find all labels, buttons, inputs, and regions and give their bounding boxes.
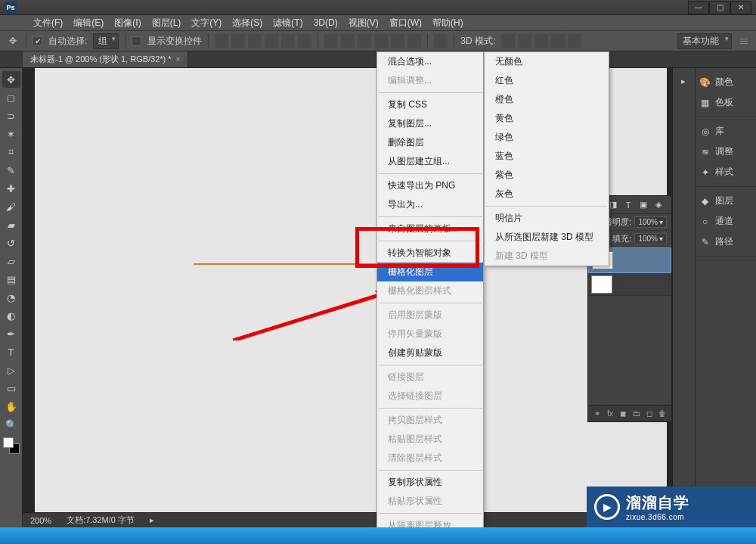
filter-icon[interactable]: ◈ xyxy=(653,200,664,210)
arrange-icon[interactable] xyxy=(434,34,448,48)
color-sub-item[interactable]: 紫色 xyxy=(485,166,609,185)
zoom-level[interactable]: 200% xyxy=(30,516,51,525)
tab-close-icon[interactable]: × xyxy=(176,55,181,64)
auto-select-checkbox[interactable]: ✔ xyxy=(33,36,42,46)
panel-tab-styles[interactable]: ✦样式 xyxy=(700,166,751,179)
filter-icon[interactable]: T xyxy=(623,200,634,210)
magic-wand-tool[interactable]: ✶ xyxy=(2,126,20,142)
doc-info-arrow[interactable]: ▸ xyxy=(150,515,154,525)
align-icon[interactable] xyxy=(265,34,278,48)
align-icon[interactable] xyxy=(215,34,228,48)
hand-tool[interactable]: ✋ xyxy=(2,398,20,415)
panel-tab-channels[interactable]: ○通道 xyxy=(700,215,751,228)
layer-ctx-item[interactable]: 复制形状属性 xyxy=(377,473,483,492)
clone-tool[interactable]: ▰ xyxy=(2,216,20,233)
opacity-field[interactable]: 100%▾ xyxy=(634,216,667,228)
mask-icon[interactable]: ◼ xyxy=(619,409,627,419)
document-tab[interactable]: 未标题-1 @ 200% (形状 1, RGB/32*) * × xyxy=(23,51,188,67)
layer-ctx-item[interactable]: 快速导出为 PNG xyxy=(377,176,483,195)
menu-layer[interactable]: 图层(L) xyxy=(149,17,184,30)
workspace-dropdown[interactable]: 基本功能 xyxy=(677,33,732,49)
path-select-tool[interactable]: ▷ xyxy=(2,362,20,378)
menu-help[interactable]: 帮助(H) xyxy=(429,17,466,30)
layer-ctx-item[interactable]: 删除图层 xyxy=(377,133,483,152)
menu-select[interactable]: 选择(S) xyxy=(229,17,265,30)
layer-ctx-item[interactable]: 复制 CSS xyxy=(377,95,483,114)
eyedropper-tool[interactable]: ✎ xyxy=(2,162,20,179)
color-sub-item[interactable]: 蓝色 xyxy=(485,147,609,166)
layer-ctx-item[interactable]: 创建剪贴蒙版 xyxy=(377,343,483,362)
crop-tool[interactable]: ⌗ xyxy=(2,144,20,160)
panel-collapse-icon[interactable]: ▸ xyxy=(677,73,689,89)
color-swatch[interactable] xyxy=(3,437,20,454)
distribute-icon[interactable] xyxy=(407,34,421,48)
gradient-tool[interactable]: ▤ xyxy=(2,271,20,288)
fill-field[interactable]: 100%▾ xyxy=(634,233,667,244)
close-button[interactable]: ✕ xyxy=(730,1,751,14)
healing-tool[interactable]: ✚ xyxy=(2,180,20,197)
panel-tab-color[interactable]: 🎨颜色 xyxy=(700,76,751,89)
color-sub-item[interactable]: 红色 xyxy=(485,71,609,90)
maximize-button[interactable]: ▢ xyxy=(709,1,730,14)
panel-tab-swatches[interactable]: ▦色板 xyxy=(700,96,751,109)
layer-ctx-item[interactable]: 栅格化图层 xyxy=(377,263,483,281)
align-icon[interactable] xyxy=(281,34,295,48)
panel-tab-layers[interactable]: ◆图层 xyxy=(700,194,751,207)
mode3d-icon[interactable] xyxy=(501,34,515,48)
windows-taskbar[interactable] xyxy=(0,527,756,544)
mode3d-icon[interactable] xyxy=(568,34,581,48)
filter-icon[interactable]: ▣ xyxy=(638,200,649,210)
menu-type[interactable]: 文字(Y) xyxy=(188,17,225,30)
lasso-tool[interactable]: ⊃ xyxy=(2,107,20,124)
minimize-button[interactable]: — xyxy=(688,1,709,14)
folder-icon[interactable]: 🗀 xyxy=(632,409,640,419)
trash-icon[interactable]: 🗑 xyxy=(658,409,667,419)
distribute-icon[interactable] xyxy=(358,34,371,48)
menu-edit[interactable]: 编辑(E) xyxy=(70,17,107,30)
panel-tab-adjustments[interactable]: ≋调整 xyxy=(700,145,751,158)
menu-view[interactable]: 视图(V) xyxy=(345,17,382,30)
panel-menu-icon[interactable] xyxy=(738,34,750,48)
distribute-icon[interactable] xyxy=(374,34,388,48)
pen-tool[interactable]: ✒ xyxy=(2,325,20,342)
color-sub-item[interactable]: 黄色 xyxy=(485,109,609,128)
menu-image[interactable]: 图像(I) xyxy=(111,17,144,30)
link-icon[interactable]: ⚭ xyxy=(593,409,601,419)
layer-ctx-item[interactable]: 复制图层... xyxy=(377,114,483,133)
history-brush-tool[interactable]: ↺ xyxy=(2,235,20,251)
color-sub-item[interactable]: 无颜色 xyxy=(485,52,609,71)
fx-icon[interactable]: fx xyxy=(606,409,614,419)
menu-3d[interactable]: 3D(D) xyxy=(311,17,341,28)
mode3d-icon[interactable] xyxy=(518,34,531,48)
layer-ctx-item[interactable]: 导出为... xyxy=(377,195,483,214)
filter-icon[interactable]: ◨ xyxy=(608,200,618,210)
rectangle-tool[interactable]: ▭ xyxy=(2,380,20,396)
distribute-icon[interactable] xyxy=(324,34,338,48)
align-icon[interactable] xyxy=(298,34,311,48)
color-sub-item[interactable]: 灰色 xyxy=(485,185,609,204)
align-icon[interactable] xyxy=(248,34,262,48)
layer-ctx-item[interactable]: 混合选项... xyxy=(377,52,483,71)
menu-filter[interactable]: 滤镜(T) xyxy=(270,17,305,30)
move-tool-icon[interactable]: ✥ xyxy=(6,34,20,48)
marquee-tool[interactable]: ◻ xyxy=(2,89,20,106)
color-sub-item[interactable]: 橙色 xyxy=(485,90,609,109)
color-sub-item[interactable]: 从所选图层新建 3D 模型 xyxy=(485,228,609,247)
panel-tab-paths[interactable]: ✎路径 xyxy=(700,235,751,248)
new-icon[interactable]: ◻ xyxy=(645,409,653,419)
menu-file[interactable]: 文件(F) xyxy=(30,17,66,30)
type-tool[interactable]: T xyxy=(2,343,20,360)
layer-ctx-item[interactable]: 转换为智能对象 xyxy=(377,244,483,263)
zoom-tool[interactable]: 🔍 xyxy=(2,416,20,433)
color-sub-item[interactable]: 明信片 xyxy=(485,209,609,228)
layer-item-background[interactable] xyxy=(588,273,671,296)
move-tool[interactable]: ✥ xyxy=(2,71,20,88)
brush-tool[interactable]: 🖌 xyxy=(2,198,20,215)
show-transform-checkbox[interactable] xyxy=(132,36,141,46)
align-icon[interactable] xyxy=(231,34,245,48)
panel-tab-library[interactable]: ◎库 xyxy=(700,125,751,138)
mode3d-icon[interactable] xyxy=(534,34,548,48)
dodge-tool[interactable]: ◐ xyxy=(2,307,20,324)
auto-select-dropdown[interactable]: 组 xyxy=(93,33,119,49)
mode3d-icon[interactable] xyxy=(551,34,565,48)
